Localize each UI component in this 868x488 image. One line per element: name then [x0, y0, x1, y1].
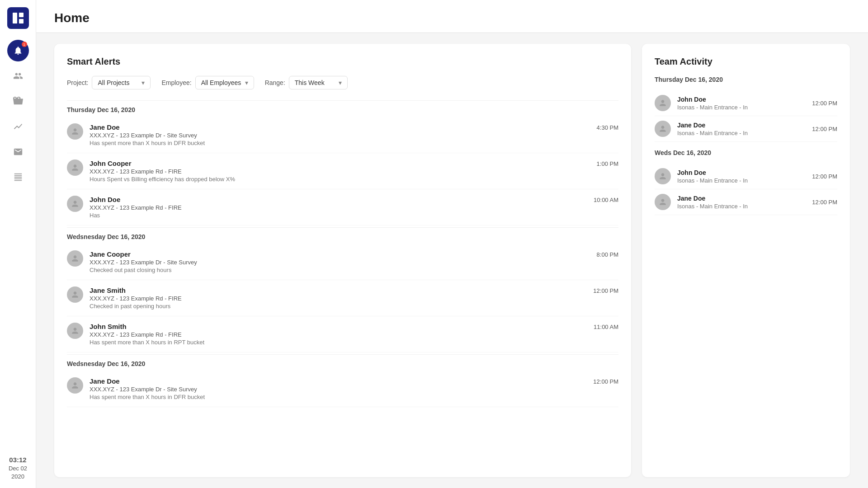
activity-info: Jane Doe Isonas - Main Entrance - In: [677, 122, 806, 136]
activity-detail: Isonas - Main Entrance - In: [677, 104, 806, 111]
alerts-date-header-1: Thursday Dec 16, 2020: [67, 100, 618, 117]
svg-rect-0: [13, 13, 17, 23]
project-filter-select[interactable]: All Projects ▾: [92, 76, 151, 89]
data-button[interactable]: [7, 166, 29, 188]
avatar: [67, 286, 83, 303]
project-filter-label: Project:: [67, 79, 88, 86]
alert-project: XXX.XYZ - 123 Example Rd - FIRE: [90, 168, 590, 175]
alert-item: John Smith XXX.XYZ - 123 Example Rd - FI…: [67, 316, 618, 352]
alert-name: John Cooper: [90, 160, 590, 167]
alert-item: Jane Cooper XXX.XYZ - 123 Example Dr - S…: [67, 244, 618, 280]
alert-name: Jane Doe: [90, 123, 590, 131]
messages-button[interactable]: [7, 141, 29, 163]
range-filter-group: Range: This Week ▾: [265, 76, 348, 89]
alert-content: Jane Smith XXX.XYZ - 123 Example Rd - FI…: [90, 286, 587, 310]
activity-name: Jane Doe: [677, 195, 806, 202]
alert-project: XXX.XYZ - 123 Example Rd - FIRE: [90, 204, 587, 211]
alert-description: Checked out past closing hours: [90, 267, 590, 273]
alert-time: 12:00 PM: [593, 286, 618, 294]
notification-badge: 1: [22, 42, 27, 47]
alert-name: Jane Cooper: [90, 250, 590, 258]
filters-bar: Project: All Projects ▾ Employee: All Em…: [67, 76, 618, 89]
team-activity-panel: Team Activity Thursday Dec 16, 2020 John…: [642, 44, 850, 477]
activity-time: 12:00 PM: [812, 126, 837, 132]
page-title: Home: [54, 11, 850, 25]
content-area: Smart Alerts Project: All Projects ▾ Emp…: [36, 33, 868, 488]
activity-info: John Doe Isonas - Main Entrance - In: [677, 96, 806, 111]
range-filter-label: Range:: [265, 79, 285, 86]
alert-content: John Cooper XXX.XYZ - 123 Example Rd - F…: [90, 160, 590, 183]
team-button[interactable]: [7, 65, 29, 87]
alert-time: 8:00 PM: [597, 250, 618, 258]
activity-detail: Isonas - Main Entrance - In: [677, 130, 806, 136]
avatar: [67, 196, 83, 212]
alert-description: Has spent more than X hours in DFR bucke…: [90, 140, 590, 146]
svg-rect-1: [19, 13, 24, 17]
clock-year: 2020: [9, 473, 27, 481]
alert-project: XXX.XYZ - 123 Example Dr - Site Survey: [90, 386, 587, 393]
projects-button[interactable]: [7, 90, 29, 112]
alert-time: 1:00 PM: [597, 160, 618, 167]
alert-item: John Doe XXX.XYZ - 123 Example Rd - FIRE…: [67, 189, 618, 225]
alert-time: 4:30 PM: [597, 123, 618, 131]
activity-time: 12:00 PM: [812, 199, 837, 206]
activity-time: 12:00 PM: [812, 100, 837, 107]
activity-time: 12:00 PM: [812, 173, 837, 180]
project-filter-group: Project: All Projects ▾: [67, 76, 151, 89]
activity-item: Jane Doe Isonas - Main Entrance - In 12:…: [655, 116, 837, 142]
avatar: [655, 95, 671, 111]
app-logo: [7, 7, 29, 29]
alert-description: Has: [90, 212, 587, 219]
clock-time: 03:12: [9, 455, 27, 465]
avatar: [655, 168, 671, 184]
activity-name: John Doe: [677, 169, 806, 176]
activity-info: Jane Doe Isonas - Main Entrance - In: [677, 195, 806, 210]
smart-alerts-panel: Smart Alerts Project: All Projects ▾ Emp…: [54, 44, 631, 477]
alert-description: Hours Spent vs Billing efficiency has dr…: [90, 176, 590, 183]
avatar: [67, 250, 83, 267]
range-filter-chevron: ▾: [339, 79, 342, 86]
alert-project: XXX.XYZ - 123 Example Rd - FIRE: [90, 295, 587, 302]
activity-name: John Doe: [677, 96, 806, 103]
reports-button[interactable]: [7, 116, 29, 137]
alert-name: Jane Smith: [90, 286, 587, 294]
smart-alerts-title: Smart Alerts: [67, 56, 618, 67]
avatar: [655, 121, 671, 137]
project-filter-chevron: ▾: [142, 79, 145, 86]
alert-project: XXX.XYZ - 123 Example Rd - FIRE: [90, 331, 587, 338]
sidebar: 1 03:12 Dec 02 2020: [0, 0, 36, 488]
notifications-button[interactable]: 1: [7, 40, 29, 61]
activity-date-1: Thursday Dec 16, 2020: [655, 76, 837, 83]
activity-detail: Isonas - Main Entrance - In: [677, 177, 806, 184]
activity-date-2: Weds Dec 16, 2020: [655, 149, 837, 156]
activity-item: John Doe Isonas - Main Entrance - In 12:…: [655, 164, 837, 189]
page-header: Home: [36, 0, 868, 33]
employee-filter-select[interactable]: All Employees ▾: [195, 76, 254, 89]
alert-description: Has spent more than X hours in RPT bucke…: [90, 339, 587, 346]
employee-filter-label: Employee:: [161, 79, 191, 86]
avatar: [67, 123, 83, 140]
alert-project: XXX.XYZ - 123 Example Dr - Site Survey: [90, 132, 590, 139]
main-content: Home Smart Alerts Project: All Projects …: [36, 0, 868, 488]
clock-date: Dec 02: [9, 465, 27, 473]
alert-time: 12:00 PM: [593, 377, 618, 385]
alert-description: Has spent more than X hours in DFR bucke…: [90, 394, 587, 400]
avatar: [655, 194, 671, 210]
range-filter-select[interactable]: This Week ▾: [289, 76, 348, 89]
avatar: [67, 377, 83, 394]
alert-project: XXX.XYZ - 123 Example Dr - Site Survey: [90, 259, 590, 266]
alert-item: Jane Doe XXX.XYZ - 123 Example Dr - Site…: [67, 371, 618, 407]
alert-name: John Smith: [90, 323, 587, 330]
alert-content: Jane Cooper XXX.XYZ - 123 Example Dr - S…: [90, 250, 590, 273]
activity-info: John Doe Isonas - Main Entrance - In: [677, 169, 806, 184]
alert-name: John Doe: [90, 196, 587, 203]
employee-filter-group: Employee: All Employees ▾: [161, 76, 254, 89]
alert-description: Checked in past opening hours: [90, 303, 587, 310]
alerts-date-header-2: Wedsnesday Dec 16, 2020: [67, 227, 618, 244]
activity-item: Jane Doe Isonas - Main Entrance - In 12:…: [655, 189, 837, 215]
activity-detail: Isonas - Main Entrance - In: [677, 203, 806, 210]
alert-content: John Doe XXX.XYZ - 123 Example Rd - FIRE…: [90, 196, 587, 219]
employee-filter-chevron: ▾: [245, 79, 248, 86]
alert-item: John Cooper XXX.XYZ - 123 Example Rd - F…: [67, 153, 618, 189]
svg-rect-2: [19, 19, 24, 23]
